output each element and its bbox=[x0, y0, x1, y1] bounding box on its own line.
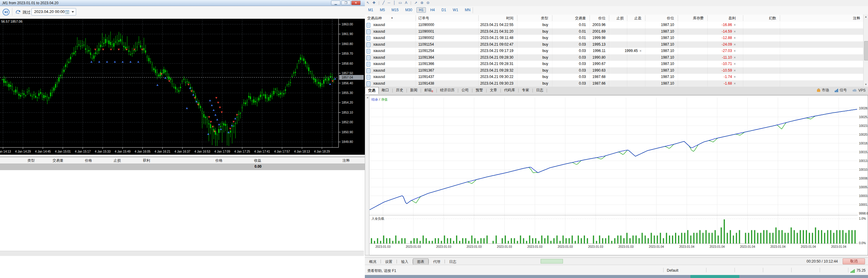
cancel-button[interactable]: 取消 bbox=[843, 258, 865, 265]
trade-header-price_cur[interactable]: 价位 bbox=[667, 16, 674, 21]
toolbox-tab-3[interactable]: 历史 bbox=[393, 87, 406, 94]
timeframe-m15[interactable]: M15 bbox=[389, 7, 401, 13]
horizontal-scrollbar[interactable] bbox=[0, 251, 364, 256]
close-position-icon[interactable]: × bbox=[734, 49, 736, 53]
trade-header-tp[interactable]: 止盈 bbox=[634, 16, 642, 21]
trade-table-header[interactable]: 交易品种▲订单号时间类型交易量价位止损止盈价位库存费盈利幻数注释 bbox=[365, 14, 863, 22]
arrow-icon[interactable]: ➚ bbox=[414, 1, 417, 5]
positions-header-cell[interactable]: 交易量 bbox=[53, 158, 63, 163]
timeframe-m30[interactable]: M30 bbox=[403, 7, 415, 13]
tester-tab-3[interactable]: 输入 bbox=[397, 258, 412, 265]
close-position-icon[interactable]: × bbox=[734, 23, 736, 27]
trade-header-symbol[interactable]: 交易品种 bbox=[367, 16, 382, 21]
tester-tab-5[interactable]: 代理 bbox=[429, 258, 444, 265]
positions-header-cell[interactable]: 注释 bbox=[342, 158, 350, 163]
close-position-icon[interactable]: × bbox=[734, 42, 736, 46]
vertical-scrollbar[interactable]: ▲ ▼ bbox=[863, 14, 868, 87]
trade-header-sl[interactable]: 止损 bbox=[616, 16, 624, 21]
restore-button[interactable]: ❐ bbox=[341, 1, 351, 5]
close-position-icon[interactable]: × bbox=[734, 56, 736, 59]
window-titlebar[interactable]: ,M1 from 2023.01.01 to 2023.04.20 ▁ ❐ ✕ bbox=[0, 0, 365, 6]
skip-button[interactable]: 跳过 bbox=[15, 9, 31, 16]
remove-tp-icon[interactable]: × bbox=[640, 49, 642, 53]
trendline-icon[interactable]: ╱ bbox=[382, 1, 384, 5]
trade-row[interactable]: xauusd110911542023.04.21 09:02:47buy0.03… bbox=[365, 41, 863, 48]
crosshair-icon[interactable]: ✚ bbox=[372, 1, 375, 5]
jump-date-input[interactable]: 2023.04.20 00:00 bbox=[31, 8, 76, 16]
trade-header-magic[interactable]: 幻数 bbox=[769, 16, 776, 21]
trade-row[interactable]: xauusd110912542023.04.21 09:17:19buy0.03… bbox=[365, 48, 863, 54]
positions-header-cell[interactable]: 价格 bbox=[215, 158, 223, 163]
toolbox-tab-10[interactable]: 代码库 bbox=[501, 87, 518, 94]
trade-header-volume[interactable]: 交易量 bbox=[575, 16, 586, 21]
close-button[interactable]: ✕ bbox=[351, 1, 361, 5]
scrollbar-thumb[interactable] bbox=[864, 41, 868, 60]
trade-row[interactable]: xauusd110914372023.04.21 09:30:22buy0.03… bbox=[365, 74, 863, 81]
vertical-line-icon[interactable]: │ bbox=[393, 1, 396, 5]
scroll-down-icon[interactable]: ▼ bbox=[864, 83, 868, 86]
trade-header-time[interactable]: 时间 bbox=[506, 16, 514, 21]
trade-row[interactable]: xauusd110900022023.04.21 08:11:48buy0.01… bbox=[365, 35, 863, 41]
timeframe-m1[interactable]: M1 bbox=[366, 7, 376, 13]
trade-header-type[interactable]: 类型 bbox=[541, 16, 548, 21]
service-vps[interactable]: VPS bbox=[852, 88, 866, 93]
positions-summary-row[interactable]: 0.00 bbox=[0, 163, 365, 170]
cursor-icon[interactable]: ↖ bbox=[366, 1, 369, 5]
timeframe-mn[interactable]: MN bbox=[462, 7, 473, 13]
trade-row[interactable]: xauusd110913662023.04.21 09:28:31buy0.03… bbox=[365, 61, 863, 67]
tester-tab-1[interactable]: 概况 bbox=[365, 258, 380, 265]
timeframe-d1[interactable]: D1 bbox=[439, 7, 448, 13]
service-信号[interactable]: 信号 bbox=[835, 88, 847, 93]
toolbox-tab-2[interactable]: 敞口 bbox=[379, 87, 392, 94]
timeframe-w1[interactable]: W1 bbox=[450, 7, 461, 13]
positions-header-cell[interactable]: 类型 bbox=[28, 158, 35, 163]
toolbox-tab-8[interactable]: 预警 bbox=[473, 87, 486, 94]
timeframe-h1[interactable]: H1 bbox=[416, 7, 426, 13]
rectangle-icon[interactable]: ▭ bbox=[399, 1, 402, 5]
positions-table-header[interactable]: 类型交易量价格止损获利价格收益注释 bbox=[0, 157, 365, 164]
toolbox-tab-6[interactable]: 经济日历 bbox=[437, 87, 458, 94]
trade-header-swap[interactable]: 库存费 bbox=[693, 16, 704, 21]
close-position-icon[interactable]: × bbox=[734, 69, 736, 72]
toolbox-tab-12[interactable]: 日志 bbox=[533, 87, 546, 94]
timeframe-h4[interactable]: H4 bbox=[428, 7, 437, 13]
trade-header-profit[interactable]: 盈利 bbox=[728, 16, 736, 21]
toolbox-tab-7[interactable]: 公司 bbox=[459, 87, 472, 94]
service-市场[interactable]: 市场 bbox=[817, 88, 829, 93]
trade-row[interactable]: xauusd110914382023.04.21 09:30:23buy0.03… bbox=[365, 81, 863, 87]
positions-header-cell[interactable]: 获利 bbox=[143, 158, 150, 163]
trade-row[interactable]: xauusd110900012023.04.21 04:31:20buy0.01… bbox=[365, 28, 863, 35]
toolbox-tab-4[interactable]: 新闻 bbox=[407, 87, 421, 94]
positions-header-cell[interactable]: 收益 bbox=[254, 158, 261, 163]
timeframe-m5[interactable]: M5 bbox=[377, 7, 388, 13]
positions-header-cell[interactable]: 价格 bbox=[85, 158, 92, 163]
close-position-icon[interactable]: × bbox=[734, 75, 736, 79]
trade-header-price_open[interactable]: 价位 bbox=[598, 16, 606, 21]
profile-selector[interactable]: Default bbox=[667, 268, 678, 273]
scroll-up-icon[interactable]: ▲ bbox=[864, 15, 868, 19]
play-pause-button[interactable] bbox=[2, 8, 10, 17]
tester-tab-4[interactable]: 图表 bbox=[413, 258, 429, 265]
horizontal-line-icon[interactable]: ─ bbox=[388, 1, 390, 5]
trade-header-comment[interactable]: 注释 bbox=[853, 16, 860, 21]
close-position-icon[interactable]: × bbox=[734, 30, 736, 33]
close-position-icon[interactable]: × bbox=[734, 82, 736, 85]
toolbox-tab-1[interactable]: 交易 bbox=[365, 87, 379, 94]
close-position-icon[interactable]: × bbox=[734, 36, 736, 39]
minimize-button[interactable]: ▁ bbox=[331, 1, 340, 5]
tester-tab-2[interactable]: 设置 bbox=[381, 258, 397, 265]
toolbox-tab-5[interactable]: 邮箱8 bbox=[421, 87, 436, 94]
trade-row[interactable]: xauusd110913672023.04.21 09:28:32buy0.03… bbox=[365, 67, 863, 74]
graph-close-icon[interactable]: × bbox=[366, 96, 369, 100]
tester-tab-6[interactable]: 日志 bbox=[445, 258, 461, 265]
close-position-icon[interactable]: × bbox=[734, 62, 736, 66]
trade-row[interactable]: xauusd110900002023.04.21 04:22:55buy0.01… bbox=[365, 22, 863, 28]
positions-header-cell[interactable]: 止损 bbox=[114, 158, 121, 163]
zoom-out-icon[interactable]: ⊖ bbox=[427, 1, 430, 5]
text-label-icon[interactable]: A bbox=[405, 1, 407, 5]
trade-row[interactable]: xauusd110913642023.04.21 09:28:30buy0.03… bbox=[365, 54, 863, 61]
toolbox-tab-11[interactable]: 专家 bbox=[519, 87, 532, 94]
zoom-in-icon[interactable]: ⊕ bbox=[421, 1, 424, 5]
toolbox-tab-9[interactable]: 文章 bbox=[487, 87, 500, 94]
trade-header-order[interactable]: 订单号 bbox=[418, 16, 429, 21]
